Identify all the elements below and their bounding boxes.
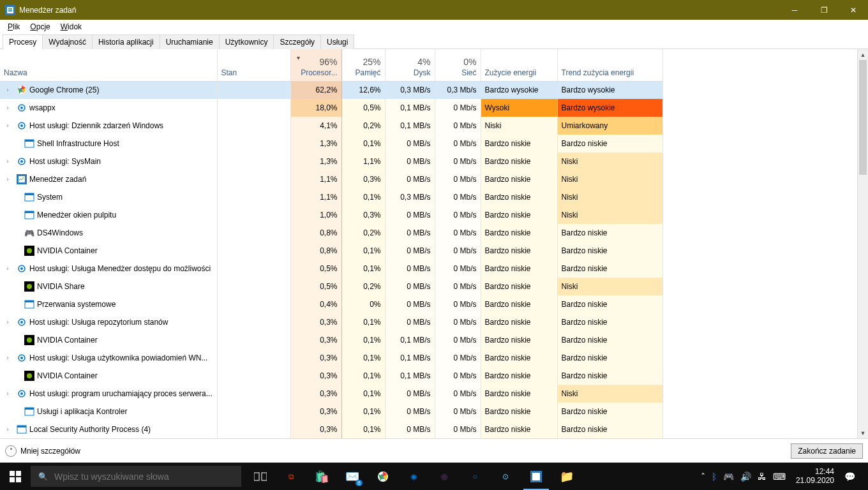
process-memory: 1,1% [341,152,385,170]
task-manager-taskbar-icon[interactable] [521,463,551,490]
search-input[interactable] [54,471,234,482]
office-icon[interactable]: ⧉ [276,463,306,490]
process-row[interactable]: NVIDIA Container0,3%0,1%0,1 MB/s0 Mb/sBa… [0,367,662,385]
taskbar-search[interactable]: 🔍 [31,466,241,487]
col-memory[interactable]: 25%Pamięć [341,49,385,81]
chrome-icon[interactable] [368,463,398,490]
scroll-down-button[interactable]: ▼ [858,427,868,438]
process-row[interactable]: ›Host usługi: Dziennik zdarzeń Windows4,… [0,117,662,135]
process-memory: 0,2% [341,278,385,295]
process-row[interactable]: 🎮DS4Windows0,8%0,2%0 MB/s0 Mb/sBardzo ni… [0,224,662,242]
process-row[interactable]: ›Host usługi: Usługa repozytorium stanów… [0,313,662,331]
process-power-trend: Niski [557,278,662,295]
tor-icon[interactable]: ◎ [429,463,460,490]
tab-wydajność[interactable]: Wydajność [42,34,93,49]
col-name[interactable]: Nazwa [0,49,217,81]
process-row[interactable]: NVIDIA Share0,5%0,2%0 MB/s0 Mb/sBardzo n… [0,278,662,295]
process-row[interactable]: Menedżer okien pulpitu1,0%0,3%0 MB/s0 Mb… [0,206,662,224]
vertical-scrollbar[interactable]: ▲ ▼ [857,49,868,438]
expand-chevron-icon[interactable]: › [4,265,11,272]
process-row[interactable]: ›Host usługi: program uruchamiający proc… [0,385,662,403]
tab-użytkownicy[interactable]: Użytkownicy [219,34,274,49]
process-row[interactable]: ›Menedżer zadań1,1%0,3%0 MB/s0 Mb/sBardz… [0,170,662,188]
network-icon[interactable]: 🖧 [758,471,767,482]
scroll-thumb[interactable] [859,60,867,175]
svg-rect-51 [532,473,540,480]
col-status[interactable]: Stan [217,49,290,81]
expand-chevron-icon[interactable]: › [4,105,11,111]
explorer-icon[interactable]: 📁 [551,463,582,490]
volume-icon[interactable]: 🔊 [740,471,751,482]
steam-icon[interactable]: ⊙ [490,463,521,490]
process-power-trend: Bardzo niskie [557,367,662,385]
process-power: Bardzo niskie [481,152,557,170]
expand-chevron-icon[interactable]: › [4,355,11,361]
menu-file[interactable]: Plik [3,21,25,33]
col-cpu[interactable]: ▾96%Procesor... [290,49,341,81]
tab-szczegóły[interactable]: Szczegóły [273,34,321,49]
expand-chevron-icon[interactable]: › [4,87,11,93]
tab-historia-aplikacji[interactable]: Historia aplikacji [92,34,160,49]
end-task-button[interactable]: Zakończ zadanie [791,443,863,459]
process-network: 0 Mb/s [435,170,481,188]
taskbar-clock[interactable]: 12:44 21.09.2020 [792,468,838,484]
col-power-trend[interactable]: Trend zużycia energii [557,49,662,81]
process-row[interactable]: ›Google Chrome (25)62,2%12,6%0,3 MB/s0,3… [0,81,662,99]
process-row[interactable]: ›Host usługi: Usługa użytkownika powiado… [0,349,662,367]
process-disk: 0 MB/s [385,135,435,152]
process-cpu: 1,1% [290,188,341,206]
task-view-button[interactable] [245,463,276,490]
gamepad-icon[interactable]: 🎮 [723,471,734,482]
process-power: Bardzo niskie [481,331,557,349]
process-row[interactable]: ›Host usługi: Usługa Menedżer dostępu do… [0,260,662,278]
process-row[interactable]: ›Local Security Authority Process (4)0,3… [0,420,662,438]
maximize-button[interactable]: ❐ [809,0,839,20]
expand-chevron-icon[interactable]: › [4,122,11,129]
process-row[interactable]: ›wsappx18,0%0,5%0,1 MB/s0 Mb/sWysokiBard… [0,99,662,117]
process-power-trend: Bardzo niskie [557,224,662,242]
process-row[interactable]: ›Host usługi: SysMain1,3%1,1%0 MB/s0 Mb/… [0,152,662,170]
bluetooth-icon[interactable]: ᛒ [712,471,717,482]
edge-icon[interactable]: ◉ [398,463,429,490]
process-memory: 0,1% [341,385,385,403]
expand-chevron-icon[interactable]: › [4,158,11,165]
tab-uruchamianie[interactable]: Uruchamianie [160,34,220,49]
process-table-area: Nazwa Stan ▾96%Procesor... 25%Pamięć 4%D… [0,49,868,438]
col-power[interactable]: Zużycie energii [481,49,557,81]
input-icon[interactable]: ⌨ [773,471,786,482]
menu-view[interactable]: Widok [56,21,87,33]
tab-procesy[interactable]: Procesy [3,34,43,49]
process-row[interactable]: Usługi i aplikacja Kontroler0,3%0,1%0 MB… [0,403,662,420]
expand-chevron-icon[interactable]: › [4,390,11,397]
minimize-button[interactable]: ─ [780,0,809,20]
store-icon[interactable]: 🛍️ [306,463,337,490]
expand-chevron-icon[interactable]: › [4,176,11,182]
expand-chevron-icon[interactable]: › [4,426,11,433]
process-power-trend: Niski [557,152,662,170]
process-power-trend: Bardzo niskie [557,403,662,420]
titlebar[interactable]: Menedżer zadań ─ ❐ ✕ [0,0,868,20]
process-row[interactable]: NVIDIA Container0,8%0,1%0 MB/s0 Mb/sBard… [0,242,662,260]
process-name: NVIDIA Container [37,246,98,255]
col-network[interactable]: 0%Sieć [435,49,481,81]
col-disk[interactable]: 4%Dysk [385,49,435,81]
expand-chevron-icon[interactable]: › [4,319,11,325]
process-power: Bardzo niskie [481,295,557,313]
process-disk: 0 MB/s [385,385,435,403]
process-row[interactable]: Shell Infrastructure Host1,3%0,1%0 MB/s0… [0,135,662,152]
mail-icon[interactable]: ✉️8 [337,463,368,490]
start-button[interactable] [0,463,31,490]
process-icon [17,389,27,399]
process-row[interactable]: Przerwania systemowe0,4%0%0 MB/s0 Mb/sBa… [0,295,662,313]
scroll-up-button[interactable]: ▲ [858,49,868,60]
tray-expand-icon[interactable]: ˄ [701,471,705,482]
cortana-icon[interactable]: ○ [460,463,490,490]
process-row[interactable]: NVIDIA Container0,3%0,1%0,1 MB/s0 Mb/sBa… [0,331,662,349]
fewer-details-button[interactable]: ˄ Mniej szczegółów [5,445,80,457]
close-button[interactable]: ✕ [839,0,868,20]
process-row[interactable]: System1,1%0,1%0,3 MB/s0 Mb/sBardzo niski… [0,188,662,206]
menu-options[interactable]: Opcje [25,21,55,33]
notifications-icon[interactable]: 💬 [844,471,855,482]
tab-usługi[interactable]: Usługi [320,34,354,49]
process-power-trend: Bardzo niskie [557,135,662,152]
